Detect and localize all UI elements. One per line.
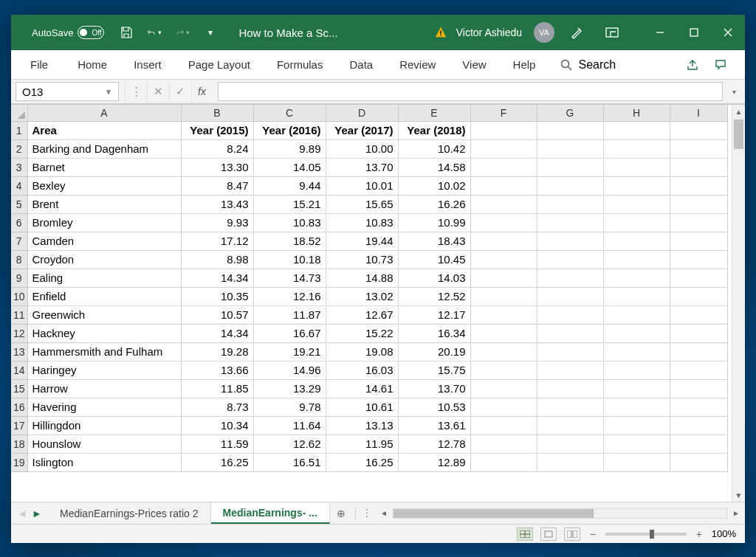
cell[interactable] [670, 324, 727, 342]
horizontal-scrollbar[interactable]: ◄ ► [375, 502, 745, 524]
row-header[interactable]: 7 [11, 232, 27, 250]
vscroll-thumb[interactable] [734, 120, 743, 149]
close-button[interactable] [711, 15, 745, 50]
cell[interactable]: 16.34 [398, 324, 470, 342]
cell[interactable]: 10.53 [398, 398, 470, 416]
cell[interactable]: 11.95 [326, 435, 398, 453]
cell[interactable] [537, 139, 603, 158]
row-header[interactable]: 17 [11, 416, 27, 435]
cell[interactable] [537, 287, 603, 305]
cell[interactable] [603, 250, 670, 269]
row-header[interactable]: 1 [11, 121, 27, 139]
search-tab[interactable]: Search [560, 58, 616, 72]
ribbon-tab-page-layout[interactable]: Page Layout [175, 50, 264, 79]
cell[interactable]: 8.47 [181, 176, 253, 195]
column-header[interactable]: B [181, 105, 253, 121]
cell[interactable]: 10.01 [326, 176, 398, 195]
cell[interactable]: 10.73 [326, 250, 398, 269]
cell[interactable] [537, 342, 603, 361]
avatar[interactable]: VA [534, 22, 554, 43]
ribbon-tab-home[interactable]: Home [64, 50, 120, 79]
row-header[interactable]: 13 [11, 342, 27, 361]
cell[interactable] [603, 287, 670, 305]
undo-icon[interactable]: ▾ [147, 25, 162, 40]
cell[interactable]: Barking and Dagenham [27, 139, 181, 158]
column-header[interactable]: E [398, 105, 470, 121]
cell[interactable] [537, 416, 603, 435]
cell[interactable] [537, 305, 603, 324]
row-header[interactable]: 18 [11, 435, 27, 453]
cell[interactable]: 19.21 [253, 342, 326, 361]
cell[interactable] [670, 195, 727, 213]
cell[interactable] [603, 342, 670, 361]
cell[interactable]: 12.17 [398, 305, 470, 324]
cell[interactable]: 11.64 [253, 416, 326, 435]
cell[interactable]: 11.87 [253, 305, 326, 324]
cell[interactable]: 19.44 [326, 232, 398, 250]
sheet-tab[interactable]: MedianEarnings-Prices ratio 2 [48, 502, 211, 524]
cell[interactable]: 10.02 [398, 176, 470, 195]
cell[interactable]: 11.85 [181, 379, 253, 398]
cell[interactable] [537, 361, 603, 379]
cell[interactable]: 14.88 [326, 269, 398, 287]
pen-icon[interactable] [563, 15, 590, 50]
cell[interactable] [670, 361, 727, 379]
zoom-level[interactable]: 100% [712, 528, 736, 539]
cell[interactable]: Hounslow [27, 435, 181, 453]
row-header[interactable]: 9 [11, 269, 27, 287]
column-header[interactable]: I [670, 105, 727, 121]
cell[interactable]: 19.28 [181, 342, 253, 361]
cell[interactable] [470, 361, 537, 379]
cell[interactable] [470, 250, 537, 269]
cell[interactable] [670, 139, 727, 158]
cell[interactable] [470, 435, 537, 453]
cell[interactable]: 12.67 [326, 305, 398, 324]
cell[interactable]: Greenwich [27, 305, 181, 324]
name-box[interactable]: O13 ▼ [16, 82, 119, 101]
cell[interactable]: 19.08 [326, 342, 398, 361]
cell[interactable] [603, 195, 670, 213]
cell[interactable] [537, 121, 603, 139]
cell[interactable] [603, 139, 670, 158]
hscroll-right-icon[interactable]: ► [730, 508, 742, 519]
row-header[interactable]: 3 [11, 158, 27, 176]
cell[interactable]: 14.34 [181, 324, 253, 342]
cell[interactable]: 13.61 [398, 416, 470, 435]
hscroll-thumb[interactable] [394, 509, 594, 518]
row-header[interactable]: 6 [11, 213, 27, 232]
cell[interactable]: Hillingdon [27, 416, 181, 435]
cell[interactable]: 12.78 [398, 435, 470, 453]
cell[interactable] [470, 305, 537, 324]
cell[interactable]: 14.61 [326, 379, 398, 398]
cell[interactable] [470, 416, 537, 435]
cell[interactable] [670, 398, 727, 416]
column-header[interactable]: F [470, 105, 537, 121]
nav-next-icon[interactable]: ► [32, 508, 42, 519]
cell[interactable] [670, 269, 727, 287]
cell[interactable]: Brent [27, 195, 181, 213]
cell[interactable]: 16.26 [398, 195, 470, 213]
cell[interactable]: Haringey [27, 361, 181, 379]
row-header[interactable]: 11 [11, 305, 27, 324]
cell[interactable] [670, 305, 727, 324]
cell[interactable]: 16.25 [181, 453, 253, 471]
toggle-switch[interactable]: Off [78, 26, 104, 39]
cell[interactable] [670, 342, 727, 361]
formula-expand-icon[interactable]: ▾ [727, 80, 740, 103]
hscroll-left-icon[interactable]: ◄ [378, 508, 390, 519]
cell[interactable]: Enfield [27, 287, 181, 305]
cell[interactable]: 13.70 [326, 158, 398, 176]
cell[interactable]: 12.16 [253, 287, 326, 305]
cell[interactable]: 9.93 [181, 213, 253, 232]
add-sheet-button[interactable]: ⊕ [330, 502, 352, 524]
cell[interactable] [670, 416, 727, 435]
cell[interactable] [537, 250, 603, 269]
ribbon-tab-insert[interactable]: Insert [120, 50, 175, 79]
cell[interactable]: 10.83 [253, 213, 326, 232]
cell[interactable] [537, 158, 603, 176]
ribbon-tab-view[interactable]: View [449, 50, 499, 79]
cell[interactable] [470, 453, 537, 471]
cell[interactable] [603, 305, 670, 324]
column-header[interactable]: C [253, 105, 326, 121]
cell[interactable] [670, 435, 727, 453]
